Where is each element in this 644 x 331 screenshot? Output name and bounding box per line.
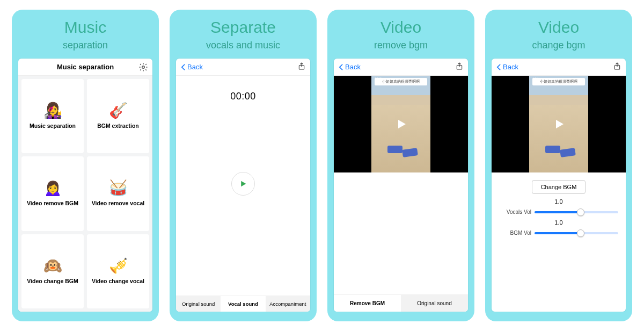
tab-vocal-sound[interactable]: Vocal sound xyxy=(221,296,265,312)
tab-accompaniment[interactable]: Accompaniment xyxy=(266,296,310,312)
tile-label: Video change vocal xyxy=(92,278,144,284)
play-icon[interactable] xyxy=(552,118,565,131)
tile-label: Music separation xyxy=(30,123,76,129)
panel-title: Video xyxy=(538,18,579,37)
video-source-tag: 抖音 xyxy=(375,77,382,82)
back-label: Back xyxy=(345,63,361,71)
tile-bgm-extraction[interactable]: 🎸 BGM extraction xyxy=(87,79,149,153)
tab-original-sound[interactable]: Original sound xyxy=(176,296,221,312)
player-body: 00:00 Original sound Vocal sound Accompa… xyxy=(176,76,310,312)
nav-bar: Back xyxy=(334,59,468,76)
tab-remove-bgm[interactable]: Remove BGM xyxy=(334,295,401,312)
panel-subtitle: remove bgm xyxy=(374,40,428,51)
hear-no-evil-icon: 🙉 xyxy=(43,258,62,274)
back-label: Back xyxy=(187,63,203,71)
share-icon[interactable] xyxy=(297,61,306,73)
bgm-label: BGM Vol xyxy=(499,230,531,236)
video-source-label: 抖音 xyxy=(532,77,540,82)
change-bgm-button[interactable]: Change BGM xyxy=(532,180,586,194)
panel-subtitle: change bgm xyxy=(532,40,585,51)
back-button[interactable]: Back xyxy=(180,63,203,71)
phone-screen: Back 抖音 小姐姐真的很漂亮啊啊 Remove BGM xyxy=(334,59,468,312)
video-source-label: 抖音 xyxy=(375,77,382,82)
nav-bar: Back xyxy=(176,59,310,76)
gear-icon[interactable] xyxy=(138,62,148,72)
panel-subtitle: separation xyxy=(63,40,108,51)
trumpet-icon: 🎺 xyxy=(109,258,128,274)
bgm-value: 1.0 xyxy=(554,219,562,226)
tile-video-remove-vocal[interactable]: 🥁 Video remove vocal xyxy=(87,156,149,231)
panel-title: Video xyxy=(380,18,421,37)
singer-icon: 👩‍🎤 xyxy=(43,103,62,118)
back-button[interactable]: Back xyxy=(338,63,361,71)
video-source-tag: 抖音 xyxy=(532,77,540,82)
bgm-slider[interactable] xyxy=(535,232,618,234)
bgm-slider-row: BGM Vol xyxy=(499,230,618,236)
tile-video-change-vocal[interactable]: 🎺 Video change vocal xyxy=(87,234,149,308)
person-icon: 🙍‍♀️ xyxy=(43,181,62,196)
video-preview[interactable]: 抖音 小姐姐真的很漂亮啊啊 xyxy=(492,76,626,172)
back-label: Back xyxy=(503,63,518,71)
video-thumbnail xyxy=(529,105,588,172)
phone-screen: Back 00:00 Original sound Vocal sound Ac… xyxy=(176,59,310,312)
tile-label: Video remove vocal xyxy=(92,200,144,206)
audio-tabs: Original sound Vocal sound Accompaniment xyxy=(176,296,310,312)
app-header: Music separation xyxy=(18,59,152,76)
app-title: Music separation xyxy=(57,63,114,71)
guitar-icon: 🎸 xyxy=(109,103,128,118)
tile-video-remove-bgm[interactable]: 🙍‍♀️ Video remove BGM xyxy=(21,156,84,231)
vocals-slider-row: Vocals Vol xyxy=(499,209,618,215)
tile-video-change-bgm[interactable]: 🙉 Video change BGM xyxy=(21,234,84,308)
share-icon[interactable] xyxy=(455,61,464,73)
video-frame: 抖音 小姐姐真的很漂亮啊啊 xyxy=(529,76,588,172)
back-button[interactable]: Back xyxy=(496,63,518,71)
panel-video-remove-bgm: Video remove bgm Back 抖音 小姐姐真的很漂亮啊啊 xyxy=(327,10,474,321)
tab-original-sound[interactable]: Original sound xyxy=(401,295,468,312)
tile-label: Video change BGM xyxy=(27,278,78,284)
time-display: 00:00 xyxy=(230,91,256,102)
video-thumbnail xyxy=(371,105,430,172)
play-icon[interactable] xyxy=(394,118,407,131)
video-frame: 抖音 小姐姐真的很漂亮啊啊 xyxy=(371,76,430,172)
phone-screen: Back 抖音 小姐姐真的很漂亮啊啊 Change BGM xyxy=(492,59,626,312)
svg-point-0 xyxy=(142,66,145,69)
play-button[interactable] xyxy=(231,172,255,196)
tile-label: BGM extraction xyxy=(97,123,139,129)
nav-bar: Back xyxy=(492,59,626,76)
share-icon[interactable] xyxy=(613,61,621,73)
video-caption: 小姐姐真的很漂亮啊啊 xyxy=(375,78,427,85)
video-preview[interactable]: 抖音 小姐姐真的很漂亮啊啊 xyxy=(334,76,468,172)
panel-title: Music xyxy=(64,18,106,37)
bgm-controls: Change BGM 1.0 Vocals Vol 1.0 BGM Vol xyxy=(492,172,626,241)
tile-label: Video remove BGM xyxy=(27,200,78,206)
feature-grid: 👩‍🎤 Music separation 🎸 BGM extraction 🙍‍… xyxy=(18,76,152,312)
drum-icon: 🥁 xyxy=(109,181,128,196)
vocals-value: 1.0 xyxy=(554,198,562,205)
phone-screen: Music separation 👩‍🎤 Music separation 🎸 … xyxy=(18,59,152,312)
panel-subtitle: vocals and music xyxy=(206,40,280,51)
video-caption: 小姐姐真的很漂亮啊啊 xyxy=(532,78,585,85)
mode-tabs: Remove BGM Original sound xyxy=(334,294,468,312)
vocals-label: Vocals Vol xyxy=(499,209,531,215)
panel-separate-vocals: Separate vocals and music Back 00:00 Ori… xyxy=(170,10,317,321)
panel-title: Separate xyxy=(210,18,276,37)
panel-video-change-bgm: Video change bgm Back 抖音 小姐姐真的很漂亮啊啊 xyxy=(485,10,632,321)
vocals-slider[interactable] xyxy=(535,211,618,213)
tile-music-separation[interactable]: 👩‍🎤 Music separation xyxy=(21,79,84,153)
panel-music-separation: Music separation Music separation 👩‍🎤 Mu… xyxy=(12,10,159,321)
